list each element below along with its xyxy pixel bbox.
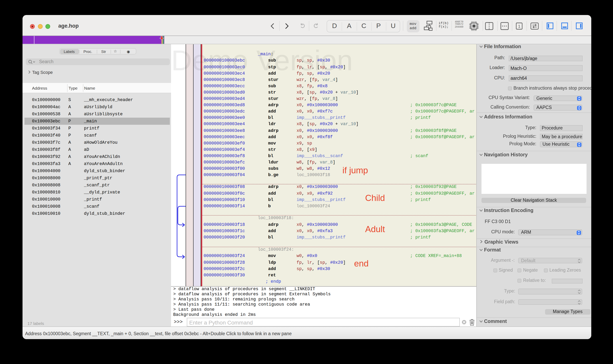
- svg-text:1: 1: [518, 24, 520, 28]
